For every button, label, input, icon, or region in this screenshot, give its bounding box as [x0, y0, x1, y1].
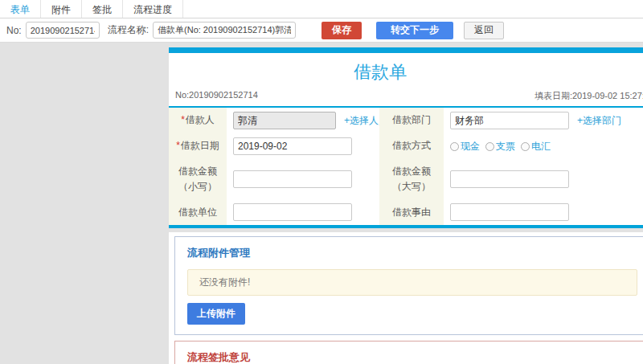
radio-wire[interactable]: 电汇 — [521, 140, 551, 153]
forward-next-step-button[interactable]: 转交下一步 — [376, 22, 453, 39]
tab-progress[interactable]: 流程进度 — [123, 0, 183, 18]
pick-dept-link[interactable]: +选择部门 — [577, 114, 621, 128]
action-toolbar: No: 流程名称: 保存 转交下一步 返回 — [0, 18, 643, 43]
amount-upper-label-cell: 借款金额（大写） — [379, 159, 444, 199]
form-fill-date: 填表日期:2019-09-02 15:27:1 — [534, 90, 643, 102]
dept-field-cell: +选择部门 — [444, 108, 643, 133]
borrower-input[interactable] — [233, 112, 336, 129]
lower-panel: 流程附件管理 还没有附件! 上传附件 流程签批意见 B I abc — [169, 232, 643, 364]
form-title: 借款单 — [169, 53, 643, 88]
workspace: 借款单 No:20190902152714 填表日期:2019-09-02 15… — [0, 43, 643, 364]
loan-form-panel: 借款单 No:20190902152714 填表日期:2019-09-02 15… — [169, 47, 643, 228]
no-label: No: — [6, 25, 22, 36]
no-input[interactable] — [26, 22, 100, 39]
form-meta-row: No:20190902152714 填表日期:2019-09-02 15:27:… — [169, 88, 643, 106]
amount-upper-input[interactable] — [450, 170, 569, 188]
form-doc-no: No:20190902152714 — [175, 90, 258, 102]
amount-lower-input[interactable] — [233, 170, 352, 188]
flow-name-input[interactable] — [153, 22, 296, 39]
date-field-cell — [227, 133, 379, 159]
loan-unit-input[interactable] — [233, 203, 352, 221]
radio-icon — [485, 142, 494, 151]
borrower-label-cell: *借款人 — [169, 108, 227, 133]
required-mark: * — [181, 114, 185, 125]
borrower-field-cell: +选择人员 — [227, 108, 379, 133]
reason-field-cell — [444, 199, 643, 225]
radio-icon — [521, 142, 530, 151]
dept-label-cell: 借款部门 — [379, 108, 444, 133]
loan-date-input[interactable] — [233, 137, 352, 155]
radio-cheque[interactable]: 支票 — [485, 140, 515, 153]
date-label-cell: *借款日期 — [169, 133, 227, 159]
approval-section: 流程签批意见 B I abc — [174, 341, 643, 364]
save-button[interactable]: 保存 — [322, 22, 362, 39]
method-field-cell: 现金 支票 电汇 — [444, 133, 643, 159]
method-label-cell: 借款方式 — [379, 133, 444, 159]
back-button[interactable]: 返回 — [464, 22, 504, 39]
amount-lower-label-cell: 借款金额（小写） — [169, 159, 227, 199]
unit-field-cell — [227, 199, 379, 225]
amount-lower-field-cell — [227, 159, 379, 199]
radio-cash[interactable]: 现金 — [450, 140, 480, 153]
tab-attachment[interactable]: 附件 — [41, 0, 82, 18]
form-grid: *借款人 +选择人员 借款部门 +选择部门 *借款日期 借款 — [169, 106, 643, 228]
tab-form[interactable]: 表单 — [0, 0, 41, 18]
loan-reason-input[interactable] — [450, 203, 569, 221]
panel-accent-bar — [169, 47, 643, 53]
unit-label-cell: 借款单位 — [169, 199, 227, 225]
tab-approval[interactable]: 签批 — [82, 0, 123, 18]
flow-name-label: 流程名称: — [108, 23, 149, 37]
reason-label-cell: 借款事由 — [379, 199, 444, 225]
loan-method-radio-group: 现金 支票 电汇 — [450, 140, 551, 153]
radio-icon — [450, 142, 459, 151]
attachment-section-title: 流程附件管理 — [187, 246, 637, 260]
attachment-section: 流程附件管理 还没有附件! 上传附件 — [174, 236, 643, 335]
upload-attachment-button[interactable]: 上传附件 — [187, 303, 245, 325]
required-mark: * — [176, 140, 180, 151]
dept-input[interactable] — [450, 112, 569, 129]
tab-bar: 表单 附件 签批 流程进度 — [0, 0, 643, 18]
oa-workflow-screen: 表单 附件 签批 流程进度 No: 流程名称: 保存 转交下一步 返回 借款单 … — [0, 0, 643, 364]
amount-upper-field-cell — [444, 159, 643, 199]
approval-section-title: 流程签批意见 — [187, 350, 637, 364]
no-attachment-alert: 还没有附件! — [187, 269, 637, 296]
